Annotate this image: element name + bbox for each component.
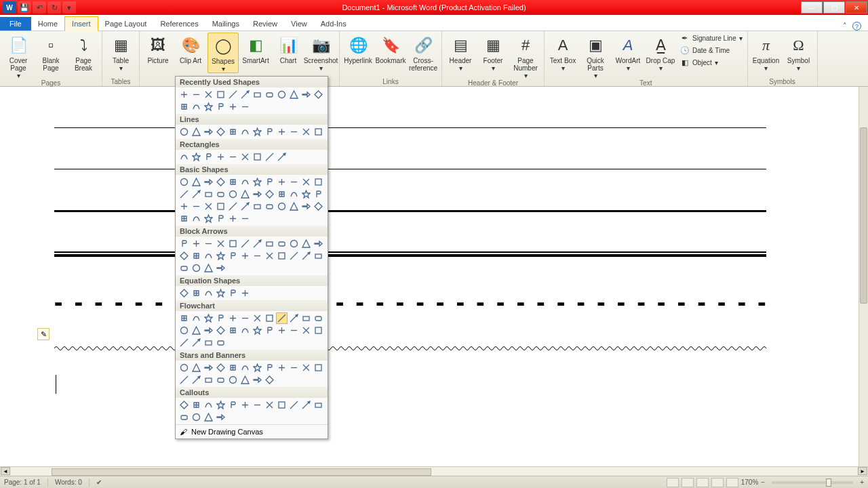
shape-flowchart-0[interactable]	[178, 312, 190, 324]
shape-flowchart-16[interactable]	[227, 325, 239, 336]
page-indicator[interactable]: Page: 1 of 1	[4, 479, 41, 486]
shape-basic-6[interactable]	[252, 176, 263, 188]
shape-rectangles-7[interactable]	[264, 151, 275, 163]
shape-basic-34[interactable]	[300, 201, 312, 212]
shape-recently_used-3[interactable]	[215, 89, 226, 100]
shape-basic-41[interactable]	[239, 213, 251, 224]
screenshot-button[interactable]: 📷Screenshot▾	[305, 33, 336, 72]
shape-basic-27[interactable]	[215, 201, 226, 212]
shape-lines-5[interactable]	[239, 126, 251, 138]
shape-block_arrows-21[interactable]	[288, 250, 300, 262]
shape-stars-4[interactable]	[227, 362, 239, 373]
maximize-button[interactable]: ▢	[823, 1, 845, 14]
shape-stars-5[interactable]	[239, 362, 251, 373]
word-icon[interactable]: W	[3, 1, 16, 14]
picture-button[interactable]: 🖼Picture	[142, 33, 174, 64]
shape-flowchart-12[interactable]	[178, 325, 190, 336]
shape-lines-6[interactable]	[252, 126, 263, 138]
shape-block_arrows-13[interactable]	[191, 250, 202, 262]
new-drawing-canvas-item[interactable]: 🖌 New Drawing Canvas	[176, 424, 328, 439]
tab-page-layout[interactable]: Page Layout	[98, 17, 154, 30]
header-button[interactable]: ▤Header▾	[445, 33, 476, 72]
footer-button[interactable]: ▦Footer▾	[477, 33, 509, 72]
shape-callouts-5[interactable]	[239, 399, 251, 411]
shape-callouts-0[interactable]	[178, 399, 190, 411]
shape-block_arrows-25[interactable]	[191, 262, 202, 274]
shape-flowchart-13[interactable]	[191, 325, 202, 336]
shape-flowchart-1[interactable]	[191, 312, 202, 324]
save-button[interactable]: 💾	[18, 1, 31, 14]
page-number-button[interactable]: #Page Number▾	[510, 33, 541, 79]
smartart-button[interactable]: ◧SmartArt	[240, 33, 271, 64]
blank-page-button[interactable]: ▫Blank Page	[35, 33, 66, 72]
proofing-icon[interactable]: ✔	[96, 479, 102, 486]
tab-mailings[interactable]: Mailings	[205, 17, 246, 30]
minimize-ribbon-icon[interactable]: ˄	[843, 22, 847, 30]
shape-stars-1[interactable]	[191, 362, 202, 373]
shape-flowchart-14[interactable]	[203, 325, 214, 336]
document-area[interactable]: ✎ ■ ■ ■ ■ ■ ■ ■ ■ ■ ■ ■ ■ ■ ■ ■ ■ ■ ■ ■ …	[0, 87, 859, 466]
close-button[interactable]: ✕	[846, 1, 867, 14]
shape-basic-16[interactable]	[227, 188, 239, 200]
shape-basic-11[interactable]	[313, 176, 324, 188]
shape-block_arrows-3[interactable]	[215, 238, 226, 249]
shape-recently_used-1[interactable]	[191, 89, 202, 100]
autocorrect-options-tag[interactable]: ✎	[37, 328, 50, 340]
cross-reference-button[interactable]: 🔗Cross-reference	[408, 33, 439, 72]
horizontal-scroll-thumb[interactable]	[52, 468, 431, 476]
shape-callouts-1[interactable]	[191, 399, 202, 411]
shape-basic-7[interactable]	[264, 176, 275, 188]
shape-basic-2[interactable]	[203, 176, 214, 188]
page-break-button[interactable]: ⤵Page Break	[68, 33, 99, 72]
shape-stars-18[interactable]	[252, 374, 263, 386]
shape-equation-1[interactable]	[191, 287, 202, 299]
word-count[interactable]: Words: 0	[55, 479, 82, 486]
shape-basic-20[interactable]	[276, 188, 288, 200]
shape-equation-3[interactable]	[215, 287, 226, 299]
shape-basic-33[interactable]	[288, 201, 300, 212]
shape-flowchart-19[interactable]	[264, 325, 275, 336]
shape-flowchart-9[interactable]	[288, 312, 300, 324]
shape-stars-11[interactable]	[313, 362, 324, 373]
shape-recently_used-4[interactable]	[227, 89, 239, 100]
vertical-scrollbar[interactable]	[859, 87, 868, 466]
shape-block_arrows-7[interactable]	[264, 238, 275, 249]
shape-stars-2[interactable]	[203, 362, 214, 373]
shape-block_arrows-8[interactable]	[276, 238, 288, 249]
wordart-button[interactable]: AWordArt▾	[612, 33, 644, 72]
shape-flowchart-10[interactable]	[300, 312, 312, 324]
shape-lines-4[interactable]	[227, 126, 239, 138]
shape-flowchart-27[interactable]	[215, 337, 226, 348]
shape-lines-9[interactable]	[288, 126, 300, 138]
shape-basic-8[interactable]	[276, 176, 288, 188]
shape-basic-14[interactable]	[203, 188, 214, 200]
shape-basic-22[interactable]	[300, 188, 312, 200]
shape-block_arrows-27[interactable]	[215, 262, 226, 274]
shape-block_arrows-19[interactable]	[264, 250, 275, 262]
shape-block_arrows-20[interactable]	[276, 250, 288, 262]
shape-block_arrows-14[interactable]	[203, 250, 214, 262]
shape-recently_used-9[interactable]	[288, 89, 300, 100]
shape-flowchart-7[interactable]	[264, 312, 275, 324]
shape-recently_used-12[interactable]	[178, 101, 190, 113]
shape-callouts-15[interactable]	[215, 411, 226, 423]
shape-rectangles-0[interactable]	[178, 151, 190, 163]
shape-block_arrows-4[interactable]	[227, 238, 239, 249]
shape-basic-38[interactable]	[203, 213, 214, 224]
chart-button[interactable]: 📊Chart	[273, 33, 304, 64]
shape-basic-32[interactable]	[276, 201, 288, 212]
shape-stars-17[interactable]	[239, 374, 251, 386]
shape-flowchart-26[interactable]	[203, 337, 214, 348]
shape-flowchart-21[interactable]	[288, 325, 300, 336]
shape-rectangles-5[interactable]	[239, 151, 251, 163]
shape-recently_used-8[interactable]	[276, 89, 288, 100]
zoom-level[interactable]: 170%	[741, 479, 759, 486]
shape-callouts-12[interactable]	[178, 411, 190, 423]
shape-lines-7[interactable]	[264, 126, 275, 138]
draft-view[interactable]	[726, 478, 738, 487]
shape-flowchart-25[interactable]	[191, 337, 202, 348]
shape-basic-12[interactable]	[178, 188, 190, 200]
shape-flowchart-8[interactable]	[276, 312, 288, 324]
shape-block_arrows-17[interactable]	[239, 250, 251, 262]
shape-recently_used-11[interactable]	[313, 89, 324, 100]
